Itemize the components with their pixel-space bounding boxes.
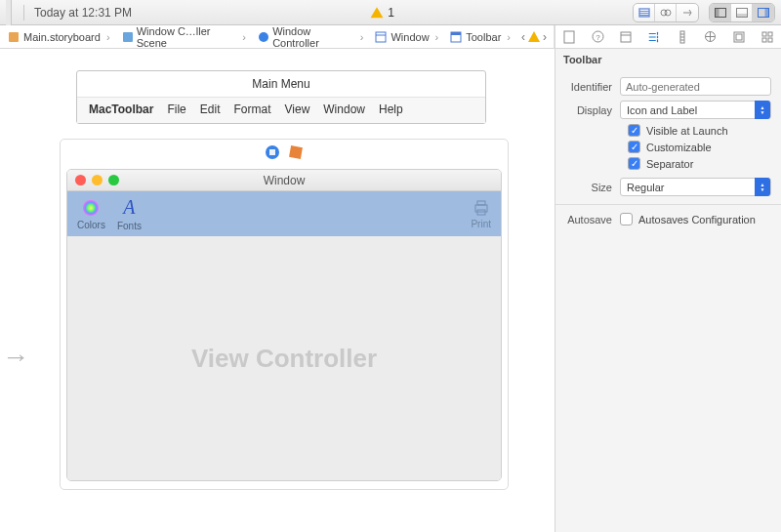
autosave-check-label: Autosaves Configuration: [638, 214, 756, 225]
size-label: Size: [565, 182, 620, 193]
print-icon: [473, 199, 490, 217]
crumb-storyboard[interactable]: Main.storyboard: [0, 25, 114, 48]
inspector-divider: [555, 204, 781, 205]
svg-rect-11: [765, 8, 769, 17]
toolbar-item-print[interactable]: Print: [471, 199, 491, 229]
crumb-window[interactable]: Window: [367, 25, 442, 48]
menu-item-view[interactable]: View: [285, 102, 310, 116]
visible-checkbox-row[interactable]: ✓ Visible at Launch: [628, 124, 771, 137]
svg-rect-43: [477, 201, 485, 205]
traffic-lights: [75, 175, 119, 185]
autosave-label: Autosave: [565, 214, 620, 225]
crumb-toolbar[interactable]: Toolbar: [442, 25, 514, 48]
identity-inspector-icon[interactable]: [616, 27, 636, 47]
svg-point-33: [259, 32, 268, 42]
crumb-label: Toolbar: [466, 31, 501, 43]
display-popup[interactable]: Icon and Label ▲▼: [620, 101, 771, 119]
assistant-editor-icon[interactable]: [655, 4, 677, 21]
menu-item-edit[interactable]: Edit: [200, 102, 221, 116]
inspector-panel: ? Toolbar Identifier Display Icon and La…: [555, 25, 781, 532]
separator-checkbox-row[interactable]: ✓ Separator: [628, 157, 771, 170]
size-popup[interactable]: Regular ▲▼: [620, 178, 771, 196]
jumpbar-rest: [554, 25, 555, 48]
display-value: Icon and Label: [627, 104, 697, 116]
window-controller-scene[interactable]: Window Colors A Fonts Print View Contro: [60, 139, 509, 490]
jump-forward-icon[interactable]: ›: [540, 30, 550, 44]
window-toolbar[interactable]: Colors A Fonts Print: [67, 191, 501, 236]
controller-icon[interactable]: [265, 144, 280, 160]
customizable-check-label: Customizable: [646, 142, 712, 153]
jumpbar-nav: ‹ ›: [514, 25, 554, 48]
crumb-controller[interactable]: Window Controller: [250, 25, 367, 48]
window-object[interactable]: Window Colors A Fonts Print View Contro: [66, 169, 502, 481]
autosave-checkbox[interactable]: [620, 213, 633, 225]
minimize-icon[interactable]: [92, 175, 103, 185]
colors-label: Colors: [77, 220, 105, 230]
toolbar-item-colors[interactable]: Colors: [77, 198, 105, 230]
inspector-tab-bar: ?: [555, 25, 781, 49]
scene-icon: [122, 31, 133, 43]
crumb-label: Window: [390, 31, 429, 43]
svg-text:?: ?: [596, 33, 600, 42]
warning-icon[interactable]: [528, 31, 540, 43]
jump-bar: Main.storyboard Window C…ller Scene Wind…: [0, 25, 555, 49]
file-inspector-icon[interactable]: [559, 27, 579, 47]
storyboard-icon: [8, 31, 20, 43]
right-panel-icon[interactable]: [753, 4, 774, 21]
svg-rect-40: [289, 145, 303, 159]
first-responder-icon[interactable]: [288, 144, 304, 160]
visible-check-label: Visible at Launch: [646, 125, 728, 137]
size-inspector-icon[interactable]: [673, 27, 692, 47]
window-icon: [375, 31, 387, 43]
connections-inspector-icon[interactable]: [701, 27, 720, 47]
identifier-field[interactable]: [620, 77, 771, 96]
editor-mode-segment[interactable]: [633, 3, 699, 22]
svg-rect-37: [451, 32, 461, 35]
svg-point-5: [665, 10, 671, 16]
help-inspector-icon[interactable]: ?: [588, 27, 607, 47]
colors-icon: [81, 198, 101, 218]
menu-item-help[interactable]: Help: [379, 102, 403, 116]
svg-point-18: [657, 36, 658, 37]
svg-rect-30: [768, 38, 772, 42]
main-menu-object[interactable]: Main Menu MacToolbar File Edit Format Vi…: [76, 70, 486, 124]
status-time: Today at 12:31 PM: [34, 6, 132, 20]
svg-rect-31: [9, 32, 19, 42]
standard-editor-icon[interactable]: [634, 4, 655, 21]
segue-arrow-icon[interactable]: →: [2, 342, 29, 373]
bottom-panel-icon[interactable]: [731, 4, 753, 21]
bindings-inspector-icon[interactable]: [729, 27, 749, 47]
content-view[interactable]: View Controller: [67, 236, 501, 480]
svg-point-41: [83, 200, 99, 216]
customizable-checkbox-row[interactable]: ✓ Customizable: [628, 141, 771, 153]
toolbar-item-fonts[interactable]: A Fonts: [117, 196, 142, 231]
menu-item-file[interactable]: File: [167, 102, 185, 116]
controller-icon: [258, 31, 268, 43]
version-editor-icon[interactable]: [677, 4, 698, 21]
warning-count: 1: [388, 6, 394, 20]
status-warning[interactable]: 1: [370, 6, 394, 20]
panel-toggle-segment[interactable]: [709, 3, 775, 22]
menu-item-window[interactable]: Window: [323, 102, 365, 116]
menu-bar: MacToolbar File Edit Format View Window …: [77, 97, 485, 123]
main-menu-title: Main Menu: [77, 71, 485, 97]
window-titlebar: Window: [67, 170, 501, 191]
effects-inspector-icon[interactable]: [758, 27, 777, 47]
fonts-label: Fonts: [117, 221, 142, 231]
popup-arrows-icon: ▲▼: [755, 101, 770, 119]
fonts-icon: A: [123, 196, 135, 219]
crumb-scene[interactable]: Window C…ller Scene: [114, 25, 250, 48]
menu-item-format[interactable]: Format: [233, 102, 270, 116]
svg-rect-32: [123, 32, 133, 42]
close-icon[interactable]: [75, 175, 86, 185]
left-panel-icon[interactable]: [710, 4, 731, 21]
checkmark-icon: ✓: [628, 124, 640, 137]
jump-back-icon[interactable]: ‹: [518, 30, 528, 44]
zoom-icon[interactable]: [108, 175, 119, 185]
svg-rect-29: [762, 38, 766, 42]
attributes-inspector-icon[interactable]: [644, 27, 664, 47]
ib-canvas[interactable]: Main Menu MacToolbar File Edit Format Vi…: [0, 49, 555, 532]
menu-item-app[interactable]: MacToolbar: [89, 102, 153, 116]
svg-point-17: [657, 31, 658, 32]
checkmark-icon: ✓: [628, 157, 640, 170]
